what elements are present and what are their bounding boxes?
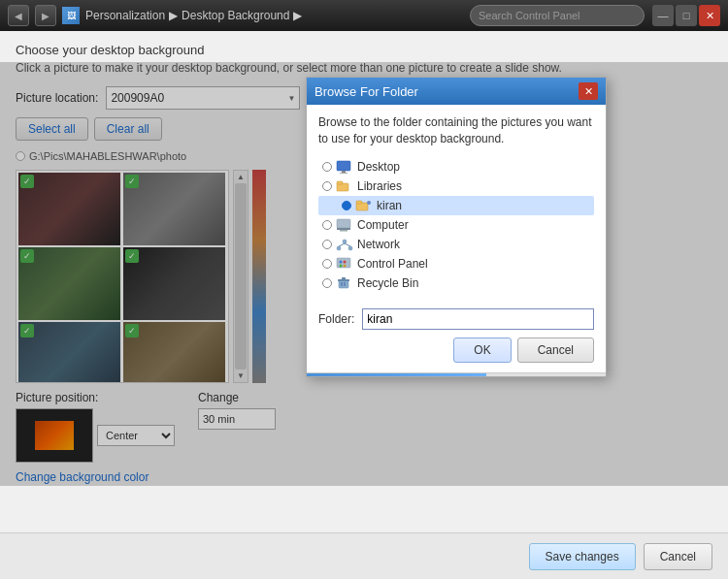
tree-radio-recyclebin (322, 278, 332, 288)
svg-point-19 (340, 264, 343, 267)
svg-rect-23 (342, 277, 346, 279)
svg-point-11 (343, 240, 347, 243)
svg-rect-0 (337, 161, 350, 171)
tree-item-computer[interactable]: Computer (318, 215, 594, 235)
dialog-progress-fill (307, 373, 486, 376)
tree-item-controlpanel[interactable]: Control Panel (318, 254, 594, 273)
svg-line-14 (339, 243, 345, 246)
page-title: Choose your desktop background (16, 43, 712, 57)
svg-rect-9 (337, 228, 350, 230)
browse-dialog: Browse For Folder ✕ Browse to the folder… (306, 77, 607, 377)
tree-item-recyclebin[interactable]: Recycle Bin (318, 273, 594, 293)
app-icon: 🖼 (62, 7, 80, 24)
maximize-button[interactable]: □ (676, 5, 697, 26)
tree-label-desktop: Desktop (357, 160, 400, 174)
svg-point-12 (337, 246, 341, 250)
tree-item-libraries[interactable]: Libraries (318, 177, 594, 196)
svg-rect-2 (340, 173, 347, 174)
svg-rect-4 (337, 181, 343, 184)
search-bar[interactable]: Search Control Panel (470, 5, 645, 26)
dialog-cancel-button[interactable]: Cancel (517, 338, 594, 363)
svg-point-17 (340, 260, 343, 263)
computer-icon (336, 218, 353, 232)
dialog-buttons: OK Cancel (318, 338, 594, 363)
close-button[interactable]: ✕ (699, 5, 720, 26)
breadcrumb-sep1: ▶ (169, 9, 178, 22)
tree-label-controlpanel: Control Panel (357, 257, 428, 271)
monitor-icon (336, 160, 353, 174)
svg-point-20 (344, 264, 347, 267)
svg-rect-10 (340, 230, 347, 232)
search-placeholder: Search Control Panel (479, 10, 580, 21)
dialog-close-button[interactable]: ✕ (579, 82, 598, 100)
tree-radio-kiran (342, 201, 351, 210)
libraries-icon (336, 179, 353, 193)
dialog-title: Browse For Folder (314, 84, 418, 99)
tree-radio-desktop (322, 162, 332, 172)
dialog-title-bar: Browse For Folder ✕ (307, 78, 606, 105)
folder-row: Folder: (318, 308, 594, 330)
main-content: Choose your desktop background Click a p… (0, 31, 728, 532)
tree-item-kiran[interactable]: kiran (318, 196, 594, 215)
minimize-button[interactable]: — (652, 5, 674, 26)
window-controls: — □ ✕ (652, 5, 720, 26)
user-folder-icon (355, 199, 373, 212)
svg-rect-6 (356, 201, 362, 204)
bottom-bar: Save changes Cancel (0, 532, 728, 579)
title-bar-left: ◀ ▶ 🖼 Personalization ▶ Desktop Backgrou… (8, 5, 645, 26)
back-button[interactable]: ◀ (8, 5, 29, 26)
title-bar: ◀ ▶ 🖼 Personalization ▶ Desktop Backgrou… (0, 0, 728, 31)
modal-overlay: Browse For Folder ✕ Browse to the folder… (0, 62, 728, 486)
folder-label: Folder: (318, 312, 354, 326)
breadcrumb-personalization[interactable]: Personalization (85, 9, 165, 22)
svg-rect-22 (338, 279, 349, 281)
tree-item-desktop[interactable]: Desktop (318, 157, 594, 177)
network-icon (336, 238, 353, 251)
tree-radio-controlpanel (322, 259, 332, 269)
controlpanel-icon (336, 257, 353, 271)
save-changes-button[interactable]: Save changes (529, 543, 636, 570)
dialog-desc: Browse to the folder containing the pict… (318, 114, 594, 147)
svg-rect-1 (342, 171, 346, 173)
cancel-button[interactable]: Cancel (644, 543, 712, 570)
breadcrumb: Personalization ▶ Desktop Background ▶ (85, 9, 302, 22)
dialog-ok-button[interactable]: OK (453, 338, 511, 363)
svg-rect-21 (339, 280, 348, 288)
recyclebin-icon (336, 276, 353, 290)
tree-radio-libraries (322, 181, 332, 191)
folder-input[interactable] (362, 308, 594, 330)
svg-point-7 (367, 201, 371, 205)
tree-label-kiran: kiran (377, 199, 402, 212)
tree-label-computer: Computer (357, 218, 409, 232)
svg-point-18 (344, 260, 347, 263)
tree-radio-network (322, 240, 332, 249)
svg-point-13 (348, 246, 352, 250)
breadcrumb-section[interactable]: Desktop Background (182, 9, 289, 22)
tree-item-network[interactable]: Network (318, 235, 594, 254)
forward-button[interactable]: ▶ (35, 5, 56, 26)
svg-rect-8 (337, 219, 350, 228)
tree-label-recyclebin: Recycle Bin (357, 276, 418, 290)
breadcrumb-sep2: ▶ (293, 9, 302, 22)
tree-radio-computer (322, 220, 332, 230)
tree-label-network: Network (357, 238, 400, 251)
dialog-footer: Folder: OK Cancel (307, 303, 606, 372)
svg-line-15 (345, 243, 350, 246)
tree-label-libraries: Libraries (357, 179, 402, 193)
dialog-body: Browse to the folder containing the pict… (307, 105, 606, 303)
dialog-progress-bar (307, 372, 606, 376)
